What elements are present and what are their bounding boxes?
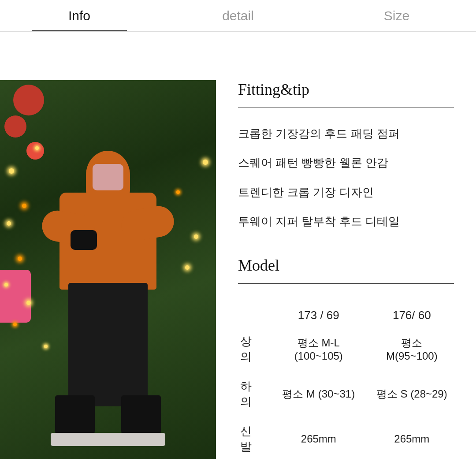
feature-2: 스퀘어 패턴 빵빵한 웰론 안감 bbox=[238, 155, 454, 171]
tab-bar: Info detail Size bbox=[0, 0, 476, 32]
row1-col1: 평소 M-L (100~105) bbox=[268, 327, 370, 372]
light11 bbox=[203, 160, 208, 165]
main-content: Fitting&tip 크롭한 기장감의 후드 패딩 점퍼 스퀘어 패턴 빵빵한… bbox=[0, 32, 476, 476]
fitting-section: Fitting&tip 크롭한 기장감의 후드 패딩 점퍼 스퀘어 패턴 빵빵한… bbox=[238, 80, 454, 230]
tab-detail[interactable]: detail bbox=[159, 0, 317, 31]
tab-info[interactable]: Info bbox=[0, 0, 159, 31]
light4 bbox=[35, 146, 39, 150]
product-image-panel bbox=[0, 80, 216, 459]
model-col2-header: 176/ 60 bbox=[370, 301, 454, 327]
feature-3: 트렌디한 크롭 기장 디자인 bbox=[238, 184, 454, 200]
row3-col2: 265mm bbox=[370, 416, 454, 461]
feature-4: 투웨이 지퍼 탈부착 후드 디테일 bbox=[238, 213, 454, 229]
table-row: 상의 평소 M-L (100~105) 평소 M(95~100) bbox=[238, 327, 454, 372]
light1 bbox=[9, 168, 14, 174]
xmas-ball-red3 bbox=[26, 142, 44, 160]
floor bbox=[51, 433, 165, 446]
light5 bbox=[18, 257, 22, 261]
fitting-divider bbox=[238, 108, 454, 108]
model-divider bbox=[238, 283, 454, 284]
tab-size-label: Size bbox=[384, 8, 409, 23]
light7 bbox=[26, 301, 31, 305]
glove-left bbox=[71, 230, 97, 250]
info-panel: Fitting&tip 크롭한 기장감의 후드 패딩 점퍼 스퀘어 패턴 빵빵한… bbox=[216, 32, 476, 476]
person-face bbox=[93, 164, 123, 190]
fitting-title: Fitting&tip bbox=[238, 80, 454, 99]
model-title: Model bbox=[238, 256, 454, 275]
photo-background bbox=[0, 80, 216, 459]
light10 bbox=[185, 265, 190, 270]
row3-col1: 265mm bbox=[268, 416, 370, 461]
feature-list: 크롭한 기장감의 후드 패딩 점퍼 스퀘어 패턴 빵빵한 웰론 안감 트렌디한 … bbox=[238, 126, 454, 230]
light12 bbox=[13, 323, 17, 326]
light6 bbox=[4, 283, 8, 286]
row2-label: 하의 bbox=[238, 372, 268, 416]
light3 bbox=[7, 221, 11, 226]
row2-col2: 평소 S (28~29) bbox=[370, 372, 454, 416]
person-figure bbox=[46, 151, 170, 459]
light2 bbox=[22, 204, 26, 208]
tab-detail-label: detail bbox=[222, 8, 254, 23]
product-image bbox=[0, 80, 216, 459]
model-header-row: 173 / 69 176/ 60 bbox=[238, 301, 454, 327]
model-col1-header: 173 / 69 bbox=[268, 301, 370, 327]
row2-col1: 평소 M (30~31) bbox=[268, 372, 370, 416]
row3-label: 신발 bbox=[238, 416, 268, 461]
tab-size[interactable]: Size bbox=[317, 0, 476, 31]
tab-info-label: Info bbox=[68, 8, 90, 23]
model-col0-header bbox=[238, 301, 268, 327]
row1-label: 상의 bbox=[238, 327, 268, 372]
feature-1: 크롭한 기장감의 후드 패딩 점퍼 bbox=[238, 126, 454, 141]
row1-col2: 평소 M(95~100) bbox=[370, 327, 454, 372]
model-section: Model 173 / 69 176/ 60 상의 평소 M-L (100~10… bbox=[238, 256, 454, 461]
pants bbox=[68, 283, 148, 406]
model-table: 173 / 69 176/ 60 상의 평소 M-L (100~105) 평소 … bbox=[238, 301, 454, 461]
pink-decoration bbox=[0, 270, 31, 323]
table-row: 하의 평소 M (30~31) 평소 S (28~29) bbox=[238, 372, 454, 416]
xmas-ball-red2 bbox=[4, 115, 26, 138]
table-row: 신발 265mm 265mm bbox=[238, 416, 454, 461]
xmas-ball-red bbox=[13, 85, 44, 115]
light9 bbox=[176, 190, 180, 194]
light8 bbox=[194, 234, 198, 239]
